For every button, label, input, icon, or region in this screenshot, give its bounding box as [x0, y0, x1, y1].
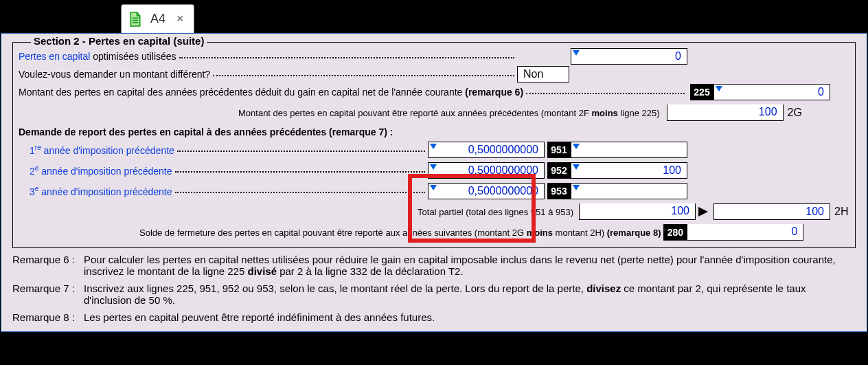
year3-value-field[interactable]	[571, 183, 687, 199]
line225-value[interactable]	[714, 85, 830, 100]
dropdown-icon	[573, 185, 580, 190]
tab-label: A4	[146, 12, 170, 26]
line225-label: Montant des pertes en capital des années…	[19, 87, 523, 98]
code-953: 953	[547, 183, 571, 199]
arrow-right-icon	[698, 207, 711, 217]
remark6-label: Remarque 6 :	[12, 254, 84, 277]
line2g-suffix: 2G	[784, 107, 803, 119]
ask-diff-value[interactable]	[518, 67, 569, 82]
subtotal2-value	[714, 204, 830, 219]
leader-dots	[526, 87, 685, 94]
code-225: 225	[690, 84, 713, 100]
year1-value-field[interactable]	[571, 142, 687, 158]
leader-dots	[213, 69, 514, 76]
ask-diff-field[interactable]	[517, 66, 569, 82]
line280-value	[687, 224, 803, 239]
remark-6: Remarque 6 : Pour calculer les pertes en…	[12, 254, 856, 277]
subtotal-label: Total partiel (total des lignes 951 à 95…	[418, 207, 573, 217]
remark7-text: Inscrivez aux lignes 225, 951, 952 ou 95…	[84, 283, 856, 306]
subtotal2-field	[713, 203, 830, 220]
remark8-label: Remarque 8 :	[12, 311, 84, 323]
opt-value	[571, 49, 687, 64]
code-280: 280	[663, 224, 687, 241]
dropdown-icon	[430, 164, 437, 170]
dropdown-icon	[573, 144, 580, 149]
subtotal-value	[580, 203, 695, 219]
year2-rate-field[interactable]	[428, 162, 545, 179]
remark8-text: Les pertes en capital peuvent être repor…	[84, 311, 856, 323]
year1-rate-field[interactable]	[428, 142, 545, 158]
tab-strip: A4 ×	[0, 0, 868, 33]
line2g-field	[667, 104, 784, 121]
line2g-label: Montant des pertes en capital pouvant êt…	[238, 108, 660, 118]
ask-diff-label: Voulez-vous demander un montant différen…	[19, 69, 210, 80]
line225-field[interactable]	[713, 84, 830, 100]
dropdown-icon	[716, 86, 722, 91]
year3-rate[interactable]	[429, 184, 544, 199]
year2-link[interactable]: 2e année d'imposition précédente	[30, 164, 172, 177]
year2-value-field[interactable]	[571, 162, 687, 179]
year1-rate[interactable]	[429, 142, 544, 157]
year2-rate[interactable]	[429, 163, 544, 178]
line280-label: Solde de fermeture des pertes en capital…	[139, 228, 661, 238]
year3-link[interactable]: 3e année d'imposition précédente	[30, 185, 172, 197]
remark6-text: Pour calculer les pertes en capital nett…	[84, 254, 856, 277]
dropdown-icon	[573, 50, 580, 56]
leader-dots	[175, 186, 426, 193]
opt-line-label: Pertes en capital optimisées utilisées	[19, 51, 176, 62]
carryback-heading: Demande de report des pertes en capital …	[19, 126, 393, 137]
section-title: Section 2 - Pertes en capital (suite)	[31, 35, 207, 47]
code-951: 951	[547, 142, 571, 158]
remark7-label: Remarque 7 :	[12, 283, 84, 306]
document-icon	[128, 11, 142, 27]
opt-line-link[interactable]: Pertes en capital	[19, 51, 90, 62]
line280-field	[687, 224, 803, 241]
subtotal-suffix: 2H	[830, 206, 849, 218]
section2-fieldset: Section 2 - Pertes en capital (suite) Pe…	[12, 42, 856, 248]
year3-value[interactable]	[571, 184, 687, 199]
opt-value-field	[571, 48, 687, 65]
year1-link[interactable]: 1re année d'imposition précédente	[30, 144, 174, 156]
dropdown-icon	[430, 144, 437, 149]
remark-8: Remarque 8 : Les pertes en capital peuve…	[12, 311, 856, 323]
remark-7: Remarque 7 : Inscrivez aux lignes 225, 9…	[12, 283, 856, 306]
tab-a4[interactable]: A4 ×	[121, 4, 194, 33]
subtotal-field	[579, 203, 696, 220]
leader-dots	[175, 166, 426, 173]
leader-dots	[179, 52, 514, 58]
year3-rate-field[interactable]	[428, 183, 545, 199]
close-icon[interactable]: ×	[174, 10, 187, 27]
dropdown-icon	[573, 164, 580, 170]
line2g-value	[667, 104, 783, 120]
year2-value[interactable]	[571, 163, 687, 178]
dropdown-icon	[430, 185, 437, 190]
code-952: 952	[547, 162, 571, 179]
form-viewport: Section 2 - Pertes en capital (suite) Pe…	[1, 33, 867, 332]
leader-dots	[177, 145, 425, 152]
year1-value[interactable]	[571, 142, 687, 157]
